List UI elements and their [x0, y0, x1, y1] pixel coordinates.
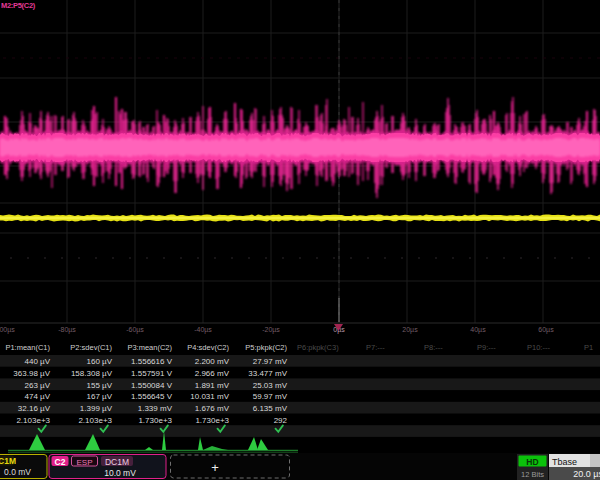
svg-text:292: 292 [274, 416, 288, 425]
svg-text:40µs: 40µs [470, 326, 486, 334]
svg-text:P7:---: P7:--- [366, 343, 385, 352]
svg-text:60µs: 60µs [538, 326, 554, 334]
svg-text:-40µs: -40µs [194, 326, 212, 334]
svg-text:1.557591 V: 1.557591 V [131, 369, 173, 378]
svg-text:12 Bits: 12 Bits [521, 470, 544, 479]
svg-text:P10:---: P10:--- [527, 343, 550, 352]
svg-text:10.031 mV: 10.031 mV [190, 392, 229, 401]
svg-text:10.0 mV: 10.0 mV [104, 468, 136, 478]
svg-text:-80µs: -80µs [58, 326, 76, 334]
svg-text:M2:P5(C2): M2:P5(C2) [1, 1, 36, 10]
svg-text:6.135 mV: 6.135 mV [253, 404, 288, 413]
svg-text:1.550084 V: 1.550084 V [131, 381, 173, 390]
svg-text:ESP: ESP [76, 458, 92, 467]
svg-text:158.308 µV: 158.308 µV [71, 369, 113, 378]
svg-text:0.0 mV: 0.0 mV [4, 467, 31, 477]
svg-text:1.730e+3: 1.730e+3 [195, 416, 229, 425]
svg-text:2.966 mV: 2.966 mV [195, 369, 230, 378]
svg-text:1.676 mV: 1.676 mV [195, 404, 230, 413]
svg-text:P9:---: P9:--- [477, 343, 496, 352]
svg-text:2.103e+3: 2.103e+3 [16, 416, 50, 425]
svg-text:1.556616 V: 1.556616 V [131, 357, 173, 366]
svg-text:1.891 mV: 1.891 mV [195, 381, 230, 390]
svg-text:P1: P1 [584, 343, 593, 352]
svg-text:2.103e+3: 2.103e+3 [78, 416, 112, 425]
svg-text:C2: C2 [55, 457, 66, 467]
svg-text:DC1M: DC1M [105, 457, 129, 467]
svg-text:1.339 mV: 1.339 mV [138, 404, 173, 413]
svg-text:1.399 µV: 1.399 µV [80, 404, 113, 413]
svg-text:P3:mean(C2): P3:mean(C2) [127, 343, 172, 352]
svg-text:P5:pkpk(C2): P5:pkpk(C2) [245, 343, 287, 352]
svg-text:Tbase: Tbase [552, 457, 577, 467]
svg-text:P2:sdev(C1): P2:sdev(C1) [70, 343, 112, 352]
svg-text:440 µV: 440 µV [24, 357, 50, 366]
svg-text:1.730e+3: 1.730e+3 [138, 416, 172, 425]
svg-text:32.16 µV: 32.16 µV [18, 404, 51, 413]
svg-text:1.556645 V: 1.556645 V [131, 392, 173, 401]
svg-text:155 µV: 155 µV [86, 381, 112, 390]
svg-text:-60µs: -60µs [126, 326, 144, 334]
svg-text:-100µs: -100µs [0, 326, 15, 334]
svg-text:27.97 mV: 27.97 mV [253, 357, 288, 366]
svg-text:20µs: 20µs [402, 326, 418, 334]
svg-text:DC1M: DC1M [0, 456, 16, 466]
svg-text:263 µV: 263 µV [24, 381, 50, 390]
svg-text:59.97 mV: 59.97 mV [253, 392, 288, 401]
svg-text:167 µV: 167 µV [86, 392, 112, 401]
svg-text:+: + [211, 460, 219, 475]
svg-text:25.03 mV: 25.03 mV [253, 381, 288, 390]
svg-text:-20µs: -20µs [262, 326, 280, 334]
svg-text:20.0 µs: 20.0 µs [573, 469, 600, 479]
svg-text:P8:---: P8:--- [424, 343, 443, 352]
svg-text:474 µV: 474 µV [24, 392, 50, 401]
svg-text:HD: HD [526, 457, 538, 467]
svg-text:33.477 mV: 33.477 mV [248, 369, 287, 378]
svg-text:P4:sdev(C2): P4:sdev(C2) [187, 343, 229, 352]
svg-text:363.98 µV: 363.98 µV [13, 369, 50, 378]
svg-text:2.200 mV: 2.200 mV [195, 357, 230, 366]
svg-text:P1:mean(C1): P1:mean(C1) [5, 343, 50, 352]
svg-text:160 µV: 160 µV [86, 357, 112, 366]
svg-text:P6:pkpk(C3): P6:pkpk(C3) [297, 343, 339, 352]
